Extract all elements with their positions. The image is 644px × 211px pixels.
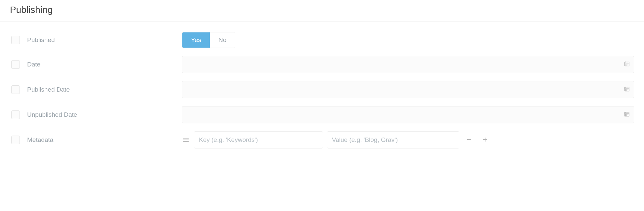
section-title: Publishing [10, 5, 634, 15]
label-col: Published Date [10, 85, 182, 94]
unpublished-date-input[interactable] [182, 106, 634, 123]
row-published: Published Yes No [10, 28, 634, 52]
svg-rect-30 [467, 139, 471, 140]
publishing-section: Publishing Published Yes No Date [0, 0, 644, 159]
unpublished-date-input-wrap [182, 106, 634, 123]
label-col: Date [10, 60, 182, 69]
row-published-date: Published Date [10, 77, 634, 102]
drag-handle-icon[interactable] [182, 138, 190, 142]
row-date: Date [10, 52, 634, 77]
label-col: Published [10, 36, 182, 44]
minus-icon [467, 136, 472, 144]
override-checkbox-published-date[interactable] [11, 85, 20, 94]
override-checkbox-metadata[interactable] [11, 136, 20, 144]
svg-rect-29 [183, 141, 189, 142]
svg-rect-28 [183, 140, 189, 140]
label-col: Metadata [10, 136, 182, 144]
plus-icon [483, 136, 488, 144]
form-body: Published Yes No Date [0, 21, 644, 152]
override-checkbox-date[interactable] [11, 60, 20, 69]
published-date-input-wrap [182, 81, 634, 98]
metadata-entry [182, 131, 634, 148]
label-col: Unpublished Date [10, 110, 182, 119]
metadata-value-input[interactable] [327, 131, 459, 148]
date-input[interactable] [182, 56, 634, 73]
row-unpublished-date: Unpublished Date [10, 102, 634, 127]
svg-rect-32 [483, 139, 487, 140]
published-date-input[interactable] [182, 81, 634, 98]
metadata-key-input[interactable] [194, 131, 323, 148]
metadata-label: Metadata [27, 136, 53, 144]
override-checkbox-unpublished-date[interactable] [11, 110, 20, 119]
published-toggle: Yes No [182, 32, 235, 48]
published-label: Published [27, 36, 55, 44]
override-checkbox-published[interactable] [11, 36, 20, 44]
section-header: Publishing [0, 0, 644, 21]
published-yes-button[interactable]: Yes [182, 32, 210, 48]
control-col: Yes No [182, 32, 634, 48]
control-col [182, 81, 634, 98]
add-metadata-button[interactable] [479, 134, 491, 146]
row-metadata: Metadata [10, 127, 634, 152]
date-input-wrap [182, 56, 634, 73]
published-no-button[interactable]: No [210, 32, 235, 48]
svg-rect-27 [183, 138, 189, 139]
remove-metadata-button[interactable] [463, 134, 475, 146]
published-date-label: Published Date [27, 86, 70, 93]
date-label: Date [27, 61, 40, 68]
unpublished-date-label: Unpublished Date [27, 111, 77, 118]
control-col [182, 106, 634, 123]
control-col [182, 131, 634, 148]
control-col [182, 56, 634, 73]
